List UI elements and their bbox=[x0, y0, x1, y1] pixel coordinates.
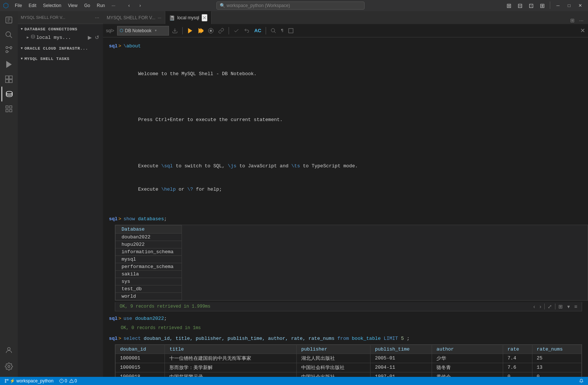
prev-result-btn[interactable]: ‹ bbox=[532, 303, 536, 310]
nav-forward-button[interactable]: › bbox=[135, 1, 145, 10]
minimize-button[interactable]: ─ bbox=[553, 1, 563, 10]
activity-run-debug[interactable] bbox=[1, 57, 16, 72]
col-publish-time: publish_time bbox=[370, 345, 432, 354]
play-button[interactable]: ▶ bbox=[87, 34, 93, 40]
menu-go[interactable]: Go bbox=[81, 2, 93, 9]
nav-back-button[interactable]: ‹ bbox=[124, 1, 134, 10]
word-wrap-button[interactable]: ¶ bbox=[279, 27, 285, 34]
menu-view[interactable]: View bbox=[65, 2, 80, 9]
status-branch[interactable]: ⚡ workspace_python bbox=[3, 378, 55, 384]
activity-mysql-shell[interactable] bbox=[1, 87, 16, 101]
connection-icon bbox=[30, 34, 36, 41]
about-line-1: Welcome to the MySQL Shell - DB Notebook… bbox=[121, 70, 576, 78]
mysql-shell-tab[interactable]: MYSQL SHELL FOR V... ··· bbox=[103, 11, 165, 24]
local-mysql-label: local mys... bbox=[36, 35, 71, 40]
db-name-douban: douban2022 bbox=[116, 233, 182, 241]
local-mysql-tab[interactable]: 📓 local mysql ✕ bbox=[165, 11, 211, 24]
layout-btn-1[interactable]: ⊞ bbox=[504, 1, 514, 10]
grid-view-btn[interactable]: ⊞ bbox=[557, 303, 564, 310]
svg-rect-7 bbox=[6, 76, 9, 79]
more-actions-button[interactable]: ··· bbox=[578, 17, 585, 24]
maximize-button[interactable] bbox=[286, 27, 295, 35]
prompt-gt: > bbox=[118, 216, 121, 222]
search-icon: 🔍 bbox=[220, 3, 225, 9]
find-button[interactable] bbox=[269, 27, 278, 35]
expand-result-btn[interactable]: ⤢ bbox=[546, 303, 554, 310]
use-db-ok-text: OK, 0 records retrieved in 1ms bbox=[115, 324, 207, 332]
separator bbox=[182, 27, 183, 34]
error-count: 0 bbox=[64, 378, 67, 384]
svg-point-16 bbox=[7, 348, 10, 350]
svg-point-3 bbox=[6, 47, 8, 49]
notebook-type-select[interactable]: ⬡ DB Notebook ▾ bbox=[117, 26, 169, 36]
status-errors[interactable]: 0 0 bbox=[58, 378, 78, 384]
connect-button[interactable] bbox=[217, 27, 226, 35]
oracle-cloud-header[interactable]: ▼ ORACLE CLOUD INFRASTR... bbox=[18, 45, 103, 52]
activity-bar bbox=[0, 11, 18, 377]
import-button[interactable] bbox=[170, 27, 179, 35]
result-menu-btn[interactable]: ≡ bbox=[573, 303, 579, 310]
cell-use-db: sql> use douban2022; bbox=[103, 314, 588, 323]
window-controls: ⊞ ⊟ ⊡ ⊞ ─ □ ✕ bbox=[504, 1, 585, 10]
close-button[interactable]: ✕ bbox=[575, 1, 585, 10]
col-rate-nums: rate_nums bbox=[532, 345, 581, 354]
about-cmd: \about bbox=[123, 43, 141, 49]
menu-edit[interactable]: Edit bbox=[26, 2, 39, 9]
status-remote-text: ⚡ workspace_python bbox=[10, 378, 53, 384]
stop-button[interactable] bbox=[206, 27, 215, 35]
local-mysql-item[interactable]: ▶ local mys... ▶ ↺ bbox=[18, 33, 103, 42]
commit-button[interactable] bbox=[232, 27, 241, 35]
layout-btn-2[interactable]: ⊟ bbox=[515, 1, 525, 10]
search-bar[interactable]: 🔍 workspace_python (Workspace) bbox=[216, 1, 365, 10]
menu-file[interactable]: File bbox=[12, 2, 25, 9]
tab-more-icon: ··· bbox=[157, 15, 161, 20]
menu-more[interactable]: ··· bbox=[109, 2, 118, 9]
cell-author: 骆冬青 bbox=[432, 363, 503, 372]
database-connections-header[interactable]: ▼ DATABASE CONNECTIONS bbox=[18, 26, 103, 33]
activity-settings[interactable] bbox=[1, 359, 16, 374]
menu-selection[interactable]: Selection bbox=[40, 2, 64, 9]
about-output-text: Welcome to the MySQL Shell - DB Notebook… bbox=[115, 52, 582, 212]
db-name-testdb: test_db bbox=[116, 285, 182, 292]
svg-rect-24 bbox=[210, 30, 212, 31]
rollback-button[interactable] bbox=[242, 27, 251, 35]
activity-extensions[interactable] bbox=[1, 72, 16, 87]
table-row: sakila bbox=[116, 270, 182, 278]
tab-close-button[interactable]: ✕ bbox=[202, 14, 207, 21]
auto-commit-button[interactable]: AC bbox=[253, 27, 263, 34]
cell-title: 形而放学：美学新解 bbox=[165, 363, 297, 372]
layout-btn-3[interactable]: ⊡ bbox=[526, 1, 536, 10]
status-bar: ⚡ workspace_python 0 0 bbox=[0, 377, 588, 385]
cell-publisher: 中国社会出版社 bbox=[296, 372, 370, 377]
menu-run[interactable]: Run bbox=[94, 2, 108, 9]
chevron-down-icon: ▾ bbox=[155, 28, 157, 33]
sidebar-panel-tab[interactable]: MYSQL SHELL FOR V... bbox=[21, 15, 65, 20]
activity-source-control[interactable] bbox=[1, 42, 16, 57]
split-editor-button[interactable]: ⊞ bbox=[569, 17, 576, 24]
execute-statement-button[interactable] bbox=[186, 27, 195, 35]
mysql-shell-tasks-header[interactable]: ▼ MYSQL SHELL TASKS bbox=[18, 55, 103, 63]
maximize-button[interactable]: □ bbox=[564, 1, 574, 10]
execute-script-button[interactable] bbox=[196, 27, 205, 35]
sidebar-more-btn[interactable]: ··· bbox=[94, 14, 100, 20]
select-result-scroll[interactable]: douban_id title publisher publish_time a… bbox=[115, 345, 582, 377]
tab-label: MYSQL SHELL FOR V... bbox=[107, 15, 155, 20]
cell-publish-time: 2005-01 bbox=[370, 354, 432, 363]
next-result-btn[interactable]: › bbox=[538, 303, 543, 310]
reload-button[interactable]: ↺ bbox=[94, 34, 100, 40]
status-notification[interactable] bbox=[578, 379, 585, 383]
show-databases-cmd: show databases; bbox=[123, 216, 167, 222]
prompt-gt: > bbox=[118, 316, 121, 321]
layout-btn-4[interactable]: ⊞ bbox=[537, 1, 547, 10]
main-layout: MYSQL SHELL FOR V... ··· ▼ DATABASE CONN… bbox=[0, 11, 588, 377]
chevron-right-icon: ▼ bbox=[21, 47, 23, 50]
more-result-btn[interactable]: ▾ bbox=[566, 303, 571, 310]
activity-explorer[interactable] bbox=[1, 13, 16, 27]
activity-database[interactable] bbox=[1, 101, 16, 116]
db-name-sys: sys bbox=[116, 278, 182, 285]
svg-rect-12 bbox=[6, 106, 8, 108]
activity-search[interactable] bbox=[1, 27, 16, 42]
close-notebook-button[interactable]: ✕ bbox=[580, 27, 585, 34]
cell-show-databases: sql> show databases; bbox=[103, 215, 588, 223]
activity-account[interactable] bbox=[1, 343, 16, 358]
